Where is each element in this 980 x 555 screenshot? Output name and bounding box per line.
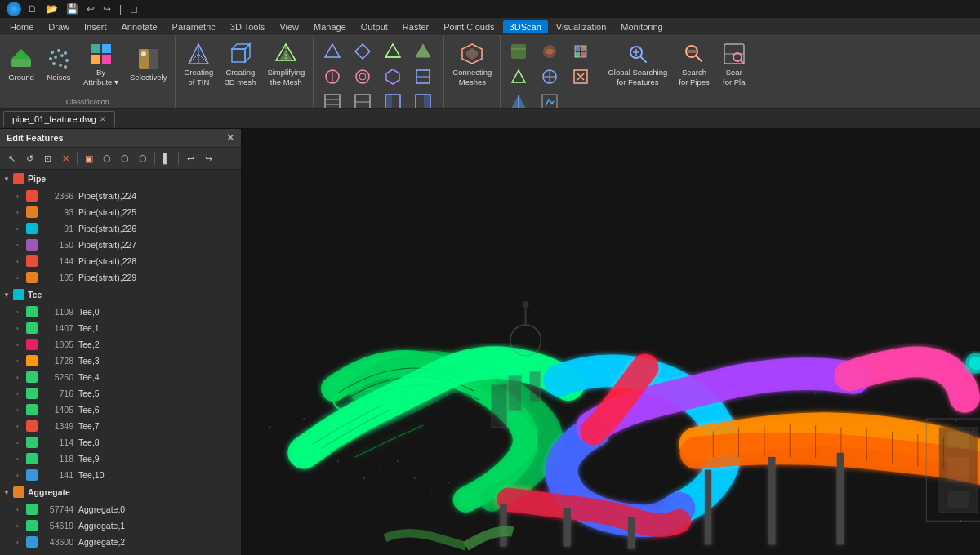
save-icon[interactable]: 💾 <box>66 3 78 15</box>
mesh-btn-4[interactable] <box>408 39 438 64</box>
svg-rect-77 <box>242 129 980 555</box>
menu-item-output[interactable]: Output <box>354 20 394 33</box>
new-icon[interactable]: 🗋 <box>28 3 38 15</box>
sidebar-close-icon[interactable]: ✕ <box>226 132 234 144</box>
tree-item[interactable]: › 144 Pipe(strait),228 <box>0 253 241 269</box>
tex-btn-5[interactable] <box>535 64 564 89</box>
tree-item[interactable]: › 91 Pipe(strait),226 <box>0 220 241 237</box>
tool-redo[interactable]: ↪ <box>200 150 216 166</box>
mesh-btn-5[interactable] <box>318 64 347 89</box>
tree-item[interactable]: › 93 Pipe(strait),225 <box>0 204 241 220</box>
tex-btn-7[interactable] <box>504 90 533 109</box>
mesh-btn-7[interactable] <box>378 64 408 89</box>
search-pla-button[interactable]: Searfor Pla <box>716 39 752 90</box>
menu-item-manage[interactable]: Manage <box>307 20 353 33</box>
open-icon[interactable]: 📂 <box>46 3 58 15</box>
viewport[interactable] <box>242 129 980 555</box>
misc-icon[interactable]: ◻ <box>130 3 138 15</box>
menu-item-draw[interactable]: Draw <box>42 20 76 33</box>
sidebar: Edit Features ✕ ↖ ↺ ⊡ ✕ ▣ ⬡ ⬡ ⬡ ▌ ↩ ↪ ▼ … <box>0 129 242 555</box>
tool-undo[interactable]: ↩ <box>182 150 198 166</box>
menu-item-parametric[interactable]: Parametric <box>166 20 222 33</box>
menu-item-insert[interactable]: Insert <box>78 20 114 33</box>
svg-point-88 <box>431 491 433 492</box>
tree-item[interactable]: › 1349 Tee,7 <box>0 418 241 434</box>
redo-icon[interactable]: ↪ <box>103 3 111 15</box>
tool-shape1[interactable]: ⬡ <box>99 150 115 166</box>
tree-group-pipe[interactable]: ▼ Pipe <box>0 170 241 188</box>
mesh-btn-12[interactable] <box>408 90 438 109</box>
tab-pipe-01[interactable]: pipe_01_feature.dwg ✕ <box>3 111 115 127</box>
tree-item[interactable]: › 57744 Aggregate,0 <box>0 501 241 517</box>
menu-item-3d-tools[interactable]: 3D Tools <box>224 20 272 33</box>
tree-item[interactable]: › 5260 Tee,4 <box>0 369 241 385</box>
menu-item-3dscan[interactable]: 3DScan <box>503 20 548 33</box>
mesh-btn-1[interactable] <box>318 39 347 64</box>
selectively-button[interactable]: Selectively <box>125 39 172 90</box>
connecting-meshes-button[interactable]: ConnectingMeshes <box>448 39 497 90</box>
item-chevron: › <box>16 258 24 265</box>
svg-point-7 <box>60 54 64 57</box>
tree-item[interactable]: › 716 Tee,5 <box>0 385 241 402</box>
tree-group-aggregate[interactable]: ▼ Aggregate <box>0 483 241 501</box>
tool-select[interactable]: ↖ <box>3 150 20 166</box>
undo-icon[interactable]: ↩ <box>87 3 95 15</box>
svg-rect-0 <box>11 59 31 67</box>
tree-item[interactable]: › 150 Pipe(strait),227 <box>0 237 241 253</box>
menu-item-annotate[interactable]: Annotate <box>115 20 164 33</box>
by-attribute-button[interactable]: ByAttribute ▾ <box>78 39 123 90</box>
svg-line-22 <box>198 54 208 64</box>
tex-btn-4[interactable] <box>504 64 533 89</box>
mesh-btn-2[interactable] <box>348 39 377 64</box>
noises-button[interactable]: Noises <box>41 39 77 90</box>
tex-btn-6[interactable] <box>566 64 595 89</box>
search-pipes-button[interactable]: Searchfor Pipes <box>674 39 715 90</box>
global-search-icon <box>626 42 649 65</box>
menu-item-home[interactable]: Home <box>3 20 40 33</box>
mesh-btn-11[interactable] <box>378 90 408 109</box>
item-chevron: › <box>16 374 24 381</box>
menu-item-view[interactable]: View <box>273 20 305 33</box>
simplifying-button[interactable]: Simplifyingthe Mesh <box>262 39 310 90</box>
creating-3d-button[interactable]: Creating3D mesh <box>220 39 261 90</box>
tree-item[interactable]: › 1805 Tee,2 <box>0 336 241 353</box>
mesh-btn-6[interactable] <box>348 64 377 89</box>
item-color-swatch <box>26 420 38 432</box>
tex-btn-8[interactable] <box>535 90 564 109</box>
tex-btn-3[interactable] <box>566 39 595 64</box>
tree-item[interactable]: › 1109 Tee,0 <box>0 304 241 320</box>
global-search-button[interactable]: Global Searchingfor Features <box>603 39 672 90</box>
mesh-btn-9[interactable] <box>318 90 347 109</box>
tool-pipe[interactable]: ⬡ <box>135 150 151 166</box>
tool-color[interactable]: ▣ <box>81 150 97 166</box>
tab-close-button[interactable]: ✕ <box>100 115 106 123</box>
menu-item-raster[interactable]: Raster <box>396 20 435 33</box>
mesh-btn-3[interactable] <box>378 39 408 64</box>
tool-grid[interactable]: ⊡ <box>39 150 56 166</box>
tree-item[interactable]: › 1407 Tee,1 <box>0 320 241 336</box>
menu-item-visualization[interactable]: Visualization <box>550 20 613 33</box>
tex-btn-1[interactable] <box>504 39 533 64</box>
tree-item[interactable]: › 105 Pipe(strait),229 <box>0 269 241 286</box>
tool-shape2[interactable]: ⬡ <box>117 150 133 166</box>
tool-refresh[interactable]: ↺ <box>21 150 38 166</box>
tree-item[interactable]: › 141 Tee,10 <box>0 467 241 483</box>
tex-btn-2[interactable] <box>535 39 564 64</box>
menu-item-monitoring[interactable]: Monitoring <box>614 20 669 33</box>
tree-item[interactable]: › 114 Tee,8 <box>0 434 241 451</box>
tree-group-tee[interactable]: ▼ Tee <box>0 286 241 304</box>
tree-item[interactable]: › 43600 Aggregate,2 <box>0 534 241 550</box>
tree-item[interactable]: › 54619 Aggregate,1 <box>0 517 241 534</box>
tree-item[interactable]: › 1728 Tee,3 <box>0 353 241 369</box>
creating-tin-button[interactable]: Creatingof TIN <box>179 39 218 90</box>
tool-bar[interactable]: ▌ <box>158 150 175 166</box>
ground-button[interactable]: Ground <box>3 39 39 90</box>
menu-item-point-clouds[interactable]: Point Clouds <box>437 20 501 33</box>
tree-item[interactable]: › 118 Tee,9 <box>0 451 241 467</box>
tree-item[interactable]: › 2366 Pipe(strait),224 <box>0 188 241 204</box>
tool-delete[interactable]: ✕ <box>57 150 74 166</box>
mesh-btn-10[interactable] <box>348 90 377 109</box>
texturing-buttons <box>504 39 595 109</box>
mesh-btn-8[interactable] <box>408 64 438 89</box>
tree-item[interactable]: › 1405 Tee,6 <box>0 402 241 418</box>
